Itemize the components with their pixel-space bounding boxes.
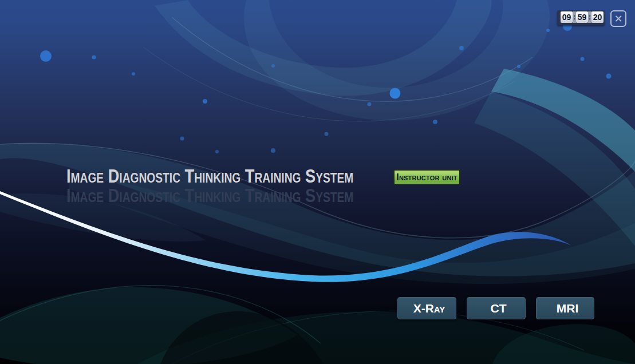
xray-button[interactable]: X-Ray	[397, 297, 456, 319]
page-title: Image Diagnostic Thinking Training Syste…	[66, 166, 353, 185]
mri-button[interactable]: MRI	[536, 297, 594, 319]
splash-screen: 09 : 59 : 20 ✕ Image Diagnostic Thinking…	[0, 0, 635, 364]
clock-hours: 09	[561, 11, 573, 23]
bottom-swirl	[492, 324, 635, 364]
clock: 09 : 59 : 20	[557, 10, 605, 25]
ct-button[interactable]: CT	[467, 297, 526, 319]
page-title-reflection: Image Diagnostic Thinking Training Syste…	[66, 185, 353, 205]
clock-minutes: 59	[576, 11, 588, 23]
close-button[interactable]: ✕	[610, 10, 626, 27]
instructor-unit-badge: Instructor unit	[393, 169, 460, 185]
clock-seconds: 20	[591, 11, 604, 23]
close-icon: ✕	[614, 14, 622, 24]
